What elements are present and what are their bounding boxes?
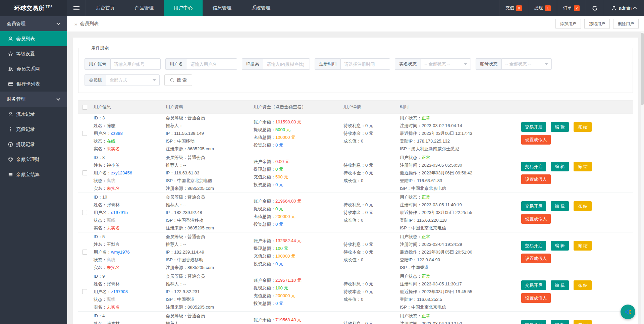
account-balance[interactable]: 132382.44 元: [275, 238, 302, 243]
row-checkbox[interactable]: [82, 170, 87, 175]
admin-menu[interactable]: admin: [604, 0, 644, 16]
recharge-stat[interactable]: 充值 0: [499, 0, 528, 16]
invest-total[interactable]: 0 元: [275, 222, 283, 227]
trade-toggle-button[interactable]: 交易开启: [521, 320, 546, 324]
refresh-button[interactable]: [586, 0, 604, 16]
freeze-button[interactable]: 冻 结: [574, 280, 592, 290]
trade-toggle-button[interactable]: 交易开启: [521, 122, 546, 132]
trade-toggle-button[interactable]: 交易开启: [521, 241, 546, 251]
nav-item-products[interactable]: 产品管理: [125, 0, 164, 16]
account-input[interactable]: [110, 58, 161, 70]
withdraw-total[interactable]: 0 元: [275, 167, 283, 172]
username-link[interactable]: c197915: [111, 210, 128, 215]
invest-total[interactable]: 0 元: [275, 143, 283, 148]
freeze-button[interactable]: 冻 结: [574, 162, 592, 171]
invest-total[interactable]: 0 元: [275, 301, 283, 306]
edit-button[interactable]: 编 辑: [551, 241, 569, 251]
sidebar-item-withdraw-records[interactable]: 提现记录: [0, 137, 67, 152]
trade-toggle-button[interactable]: 交易开启: [521, 280, 546, 290]
sidebar-item-yuebao-invest[interactable]: 余额宝理财: [0, 152, 67, 167]
edit-button[interactable]: 编 辑: [551, 162, 569, 171]
account-balance[interactable]: 0.00 元: [275, 159, 289, 164]
row-checkbox[interactable]: [82, 289, 87, 294]
recharge-total[interactable]: 100000 元: [275, 135, 296, 140]
time-cell: 用户状态：正常 注册时间：2023-03-05 11:40:19 最近操作：20…: [400, 193, 521, 232]
member-group-select[interactable]: 全部方式: [106, 74, 160, 86]
account-status-select[interactable]: -- 全部状态 --: [501, 58, 552, 70]
recharge-total[interactable]: 200000 元: [275, 214, 296, 219]
sidebar-item-level-settings[interactable]: 等级设置: [0, 46, 67, 61]
set-fake-user-button[interactable]: 设置成假人: [521, 174, 551, 184]
username-link[interactable]: z197908: [111, 289, 128, 294]
edit-button[interactable]: 编 辑: [551, 201, 569, 211]
row-checkbox[interactable]: [82, 210, 87, 215]
nav-item-information[interactable]: 信息管理: [203, 0, 241, 16]
username-link[interactable]: zxy123456: [111, 170, 132, 175]
sidebar-group-finance[interactable]: 财务管理: [0, 92, 67, 107]
sidebar-group-members[interactable]: 会员管理: [0, 16, 67, 31]
trade-toggle-button[interactable]: 交易开启: [521, 162, 546, 171]
withdraw-stat[interactable]: 提现 1: [528, 0, 557, 16]
freeze-button[interactable]: 冻 结: [574, 320, 592, 324]
recharge-total[interactable]: 200000 元: [275, 293, 296, 298]
set-fake-user-button[interactable]: 设置成假人: [521, 254, 551, 263]
sidebar-item-bank-cards[interactable]: 银行卡列表: [0, 76, 67, 92]
nav-item-system[interactable]: 系统管理: [241, 0, 280, 16]
sidebar-item-member-network[interactable]: 会员关系网: [0, 61, 67, 76]
scrollbar-thumb[interactable]: [641, 33, 644, 105]
freeze-button[interactable]: 冻 结: [574, 241, 592, 251]
withdraw-total[interactable]: 100 元: [275, 246, 288, 251]
delete-user-button[interactable]: 删除用户: [613, 19, 639, 29]
withdraw-total[interactable]: 0 元: [275, 206, 283, 211]
account-filter: 用户账号: [85, 58, 161, 70]
vertical-scrollbar[interactable]: [641, 32, 644, 324]
regtime-input[interactable]: [340, 58, 390, 70]
table-row: ID：5 姓名：王默言 用户名：wmy1976 状态：离线 实名：未实名 会员等…: [78, 232, 633, 272]
username-link[interactable]: wmy1976: [111, 250, 130, 255]
freeze-button[interactable]: 冻 结: [574, 122, 592, 132]
sidebar-toggle-button[interactable]: [67, 0, 86, 16]
freeze-user-button[interactable]: 冻结用户: [584, 19, 610, 29]
account-balance[interactable]: 719568.40 元: [275, 317, 302, 322]
set-fake-user-button[interactable]: 设置成假人: [521, 214, 551, 224]
username-link[interactable]: cz888: [111, 131, 123, 136]
edit-button[interactable]: 编 辑: [551, 280, 569, 290]
search-button[interactable]: 搜 索: [164, 74, 192, 86]
account-balance[interactable]: 219664.00 元: [275, 199, 302, 204]
withdraw-total[interactable]: 5000 元: [275, 127, 291, 132]
set-fake-user-button[interactable]: 设置成假人: [521, 293, 551, 303]
account-balance[interactable]: 219571.10 元: [275, 278, 302, 283]
growth-value: 0: [361, 297, 363, 302]
nav-item-user-center[interactable]: 用户中心: [164, 0, 203, 16]
add-user-button[interactable]: 添加用户: [555, 19, 581, 29]
ip-input[interactable]: [263, 58, 310, 70]
row-checkbox[interactable]: [82, 131, 87, 136]
sidebar-item-member-list[interactable]: 会员列表: [0, 31, 67, 46]
recharge-total[interactable]: 500 元: [275, 174, 288, 179]
register-time: 2023-03-04 19:12:52: [422, 321, 462, 324]
freeze-button[interactable]: 冻 结: [574, 201, 592, 211]
sidebar-item-recharge-records[interactable]: 充值记录: [0, 122, 67, 137]
realname-status-select[interactable]: -- 全部状态 --: [421, 58, 471, 70]
audio-notification-button[interactable]: [621, 305, 635, 319]
recharge-total[interactable]: 100000 元: [275, 254, 296, 259]
row-checkbox[interactable]: [82, 250, 87, 255]
account-balance[interactable]: 101598.03 元: [275, 119, 302, 124]
member-level: 普通会员: [187, 115, 205, 120]
select-all-checkbox[interactable]: [82, 105, 87, 110]
register-ip: 182.239.114.49: [174, 250, 204, 255]
sidebar-item-flow-records[interactable]: 流水记录: [0, 107, 67, 122]
sidebar-item-yuebao-settle[interactable]: 余额宝结算: [0, 167, 67, 182]
trade-toggle-button[interactable]: 交易开启: [521, 201, 546, 211]
nav-item-dashboard[interactable]: 后台首页: [86, 0, 125, 16]
set-fake-user-button[interactable]: 设置成假人: [521, 135, 551, 145]
invest-total[interactable]: 0 元: [275, 182, 283, 187]
user-profile-cell: 会员等级：普通会员 推荐人：-- IP：182.239.114.49 ISP：中…: [166, 232, 254, 272]
orders-stat[interactable]: 订单 2: [557, 0, 586, 16]
online-status: 离线: [107, 178, 115, 183]
withdraw-total[interactable]: 100 元: [275, 285, 288, 290]
invest-total[interactable]: 0 元: [275, 261, 283, 266]
edit-button[interactable]: 编 辑: [551, 122, 569, 132]
username-input[interactable]: [187, 58, 237, 70]
edit-button[interactable]: 编 辑: [551, 320, 569, 324]
